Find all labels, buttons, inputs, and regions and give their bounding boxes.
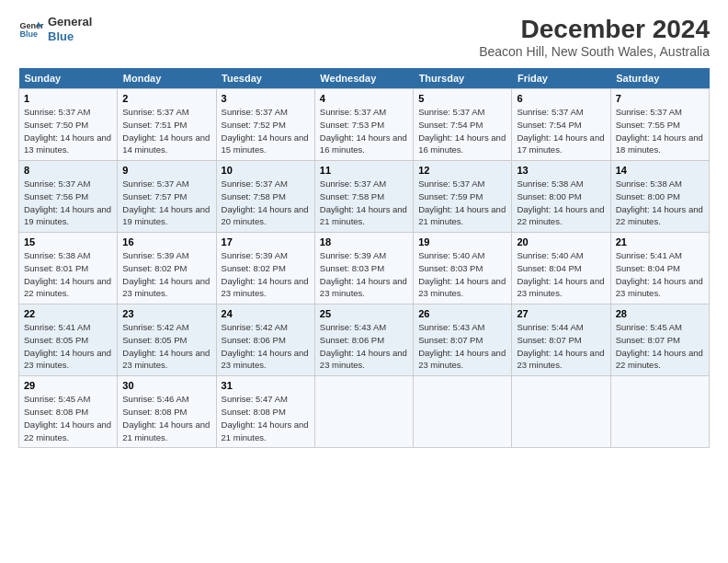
table-row: 29 Sunrise: 5:45 AMSunset: 8:08 PMDaylig… [19,376,710,448]
day-number: 8 [24,165,112,176]
day-info: Sunrise: 5:37 AMSunset: 7:58 PMDaylight:… [222,178,310,228]
day-number: 4 [320,93,408,104]
day-number: 13 [517,165,605,176]
day-info: Sunrise: 5:39 AMSunset: 8:02 PMDaylight:… [222,249,310,300]
table-cell: 2 Sunrise: 5:37 AMSunset: 7:51 PMDayligh… [118,89,216,161]
col-thursday: Thursday [414,68,512,89]
table-cell: 18 Sunrise: 5:39 AMSunset: 8:03 PMDaylig… [314,233,413,304]
table-cell: 7 Sunrise: 5:37 AMSunset: 7:55 PMDayligh… [610,89,709,161]
day-number: 30 [122,380,210,391]
table-cell: 17 Sunrise: 5:39 AMSunset: 8:02 PMDaylig… [216,233,314,304]
day-info: Sunrise: 5:38 AMSunset: 8:00 PMDaylight:… [517,178,605,228]
day-info: Sunrise: 5:43 AMSunset: 8:06 PMDaylight:… [320,321,408,372]
table-cell: 11 Sunrise: 5:37 AMSunset: 7:58 PMDaylig… [314,161,413,233]
table-cell: 21 Sunrise: 5:41 AMSunset: 8:04 PMDaylig… [610,233,709,304]
day-info: Sunrise: 5:37 AMSunset: 7:54 PMDaylight:… [517,106,605,156]
table-cell: 31 Sunrise: 5:47 AMSunset: 8:08 PMDaylig… [216,376,314,448]
day-info: Sunrise: 5:37 AMSunset: 7:54 PMDaylight:… [418,106,506,156]
day-info: Sunrise: 5:37 AMSunset: 7:53 PMDaylight:… [320,106,408,156]
col-monday: Monday [118,68,216,89]
day-number: 18 [320,236,408,247]
table-cell [314,376,413,448]
day-number: 1 [24,93,112,104]
logo-subtext: Blue [48,29,92,44]
day-number: 16 [122,236,210,247]
table-cell: 25 Sunrise: 5:43 AMSunset: 8:06 PMDaylig… [314,304,413,376]
day-number: 28 [616,308,704,319]
table-row: 8 Sunrise: 5:37 AMSunset: 7:56 PMDayligh… [19,161,710,233]
day-number: 2 [122,93,210,104]
header: General Blue General Blue December 2024 … [18,15,710,59]
day-info: Sunrise: 5:40 AMSunset: 8:04 PMDaylight:… [517,249,605,300]
table-row: 15 Sunrise: 5:38 AMSunset: 8:01 PMDaylig… [19,233,710,304]
day-info: Sunrise: 5:40 AMSunset: 8:03 PMDaylight:… [418,249,506,300]
day-number: 15 [24,236,112,247]
table-cell: 15 Sunrise: 5:38 AMSunset: 8:01 PMDaylig… [19,233,118,304]
day-info: Sunrise: 5:41 AMSunset: 8:04 PMDaylight:… [616,249,704,300]
day-number: 10 [222,165,310,176]
table-cell: 28 Sunrise: 5:45 AMSunset: 8:07 PMDaylig… [610,304,709,376]
day-info: Sunrise: 5:37 AMSunset: 7:55 PMDaylight:… [616,106,704,156]
table-cell: 23 Sunrise: 5:42 AMSunset: 8:05 PMDaylig… [118,304,216,376]
day-info: Sunrise: 5:38 AMSunset: 8:01 PMDaylight:… [24,249,112,300]
logo-text: General [48,15,92,29]
table-cell: 3 Sunrise: 5:37 AMSunset: 7:52 PMDayligh… [216,89,314,161]
day-info: Sunrise: 5:39 AMSunset: 8:03 PMDaylight:… [320,249,408,300]
table-row: 22 Sunrise: 5:41 AMSunset: 8:05 PMDaylig… [19,304,710,376]
page: General Blue General Blue December 2024 … [0,0,728,563]
col-tuesday: Tuesday [216,68,314,89]
svg-text:Blue: Blue [19,29,38,39]
table-cell: 24 Sunrise: 5:42 AMSunset: 8:06 PMDaylig… [216,304,314,376]
day-number: 19 [418,236,506,247]
day-number: 29 [24,380,112,391]
col-sunday: Sunday [19,68,118,89]
table-cell: 6 Sunrise: 5:37 AMSunset: 7:54 PMDayligh… [512,89,610,161]
day-number: 23 [122,308,210,319]
day-info: Sunrise: 5:37 AMSunset: 7:57 PMDaylight:… [122,178,210,228]
day-number: 27 [517,308,605,319]
title-block: December 2024 Beacon Hill, New South Wal… [479,15,710,59]
day-number: 7 [616,93,704,104]
day-number: 25 [320,308,408,319]
day-info: Sunrise: 5:37 AMSunset: 7:50 PMDaylight:… [24,106,112,156]
day-number: 6 [517,93,605,104]
table-cell [610,376,709,448]
table-cell [414,376,512,448]
day-number: 12 [418,165,506,176]
day-info: Sunrise: 5:45 AMSunset: 8:07 PMDaylight:… [616,321,704,372]
subtitle: Beacon Hill, New South Wales, Australia [479,44,710,59]
table-cell: 4 Sunrise: 5:37 AMSunset: 7:53 PMDayligh… [314,89,413,161]
col-friday: Friday [512,68,610,89]
day-info: Sunrise: 5:38 AMSunset: 8:00 PMDaylight:… [616,178,704,228]
table-cell: 30 Sunrise: 5:46 AMSunset: 8:08 PMDaylig… [118,376,216,448]
table-cell: 29 Sunrise: 5:45 AMSunset: 8:08 PMDaylig… [19,376,118,448]
day-info: Sunrise: 5:39 AMSunset: 8:02 PMDaylight:… [122,249,210,300]
day-number: 3 [222,93,310,104]
table-cell: 13 Sunrise: 5:38 AMSunset: 8:00 PMDaylig… [512,161,610,233]
day-info: Sunrise: 5:37 AMSunset: 7:58 PMDaylight:… [320,178,408,228]
table-cell: 16 Sunrise: 5:39 AMSunset: 8:02 PMDaylig… [118,233,216,304]
table-cell: 22 Sunrise: 5:41 AMSunset: 8:05 PMDaylig… [19,304,118,376]
day-info: Sunrise: 5:37 AMSunset: 7:56 PMDaylight:… [24,178,112,228]
table-cell: 10 Sunrise: 5:37 AMSunset: 7:58 PMDaylig… [216,161,314,233]
day-number: 31 [222,380,310,391]
day-info: Sunrise: 5:43 AMSunset: 8:07 PMDaylight:… [418,321,506,372]
table-cell: 5 Sunrise: 5:37 AMSunset: 7:54 PMDayligh… [414,89,512,161]
table-cell: 9 Sunrise: 5:37 AMSunset: 7:57 PMDayligh… [118,161,216,233]
day-number: 14 [616,165,704,176]
day-info: Sunrise: 5:37 AMSunset: 7:52 PMDaylight:… [222,106,310,156]
day-info: Sunrise: 5:41 AMSunset: 8:05 PMDaylight:… [24,321,112,372]
main-title: December 2024 [479,15,710,44]
col-wednesday: Wednesday [314,68,413,89]
day-info: Sunrise: 5:45 AMSunset: 8:08 PMDaylight:… [24,393,112,443]
day-number: 17 [222,236,310,247]
day-number: 24 [222,308,310,319]
day-info: Sunrise: 5:37 AMSunset: 7:59 PMDaylight:… [418,178,506,228]
day-info: Sunrise: 5:44 AMSunset: 8:07 PMDaylight:… [517,321,605,372]
day-number: 5 [418,93,506,104]
table-cell: 1 Sunrise: 5:37 AMSunset: 7:50 PMDayligh… [19,89,118,161]
day-info: Sunrise: 5:46 AMSunset: 8:08 PMDaylight:… [122,393,210,443]
header-row: Sunday Monday Tuesday Wednesday Thursday… [19,68,710,89]
table-cell: 26 Sunrise: 5:43 AMSunset: 8:07 PMDaylig… [414,304,512,376]
day-number: 22 [24,308,112,319]
